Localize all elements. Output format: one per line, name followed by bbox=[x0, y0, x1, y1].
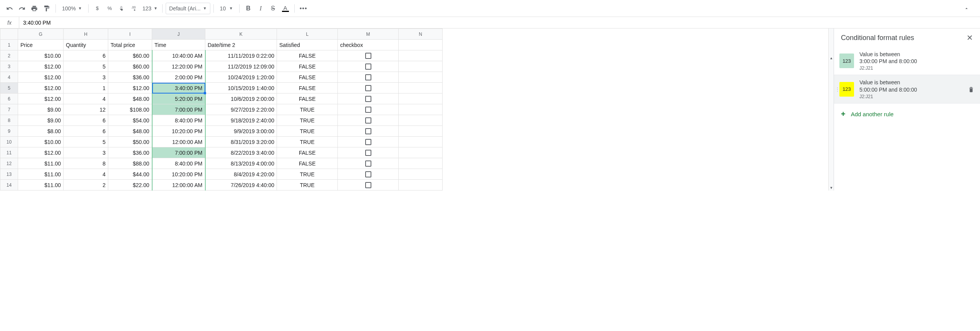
cell[interactable]: 4 bbox=[64, 169, 108, 180]
row-header-1[interactable]: 1 bbox=[0, 40, 18, 50]
undo-button[interactable] bbox=[4, 3, 15, 14]
redo-button[interactable] bbox=[16, 3, 28, 14]
header-cell[interactable]: Price bbox=[18, 40, 64, 50]
cell[interactable]: $11.00 bbox=[18, 169, 64, 180]
checkbox[interactable] bbox=[365, 64, 371, 70]
cell[interactable] bbox=[399, 50, 443, 61]
cell[interactable]: 2:00:00 PM bbox=[152, 72, 205, 83]
font-size-dropdown[interactable]: 10 ▼ bbox=[217, 3, 236, 14]
cell[interactable]: $11.00 bbox=[18, 180, 64, 191]
row-header-11[interactable]: 11 bbox=[0, 147, 18, 158]
cell[interactable]: $12.00 bbox=[18, 61, 64, 72]
cell[interactable]: 8/22/2019 3:40:00 bbox=[205, 147, 277, 158]
cell[interactable]: 4 bbox=[64, 94, 108, 104]
row-header-2[interactable]: 2 bbox=[0, 50, 18, 61]
column-header-I[interactable]: I bbox=[108, 29, 152, 40]
header-cell[interactable]: Total price bbox=[108, 40, 152, 50]
cell[interactable]: 11/11/2019 0:22:00 bbox=[205, 50, 277, 61]
checkbox[interactable] bbox=[365, 53, 371, 59]
cell[interactable]: $60.00 bbox=[108, 61, 152, 72]
column-header-H[interactable]: H bbox=[64, 29, 108, 40]
increase-decimal-button[interactable]: .00 bbox=[129, 3, 140, 14]
column-header-G[interactable]: G bbox=[18, 29, 64, 40]
cell[interactable]: 9/27/2019 2:20:00 bbox=[205, 104, 277, 115]
cell[interactable]: 8/4/2019 4:20:00 bbox=[205, 169, 277, 180]
cell[interactable]: 12 bbox=[64, 104, 108, 115]
cell[interactable] bbox=[399, 61, 443, 72]
cell[interactable] bbox=[338, 61, 399, 72]
row-header-3[interactable]: 3 bbox=[0, 61, 18, 72]
column-header-M[interactable]: M bbox=[338, 29, 399, 40]
row-header-12[interactable]: 12 bbox=[0, 158, 18, 169]
selection-handle[interactable] bbox=[204, 92, 206, 94]
cell[interactable] bbox=[399, 126, 443, 137]
cell[interactable]: 9/9/2019 3:00:00 bbox=[205, 126, 277, 137]
percent-button[interactable]: % bbox=[104, 3, 116, 14]
column-header-K[interactable]: K bbox=[205, 29, 277, 40]
cell[interactable]: 9/18/2019 2:40:00 bbox=[205, 115, 277, 126]
cell[interactable]: 10/24/2019 1:20:00 bbox=[205, 72, 277, 83]
checkbox[interactable] bbox=[365, 128, 371, 134]
spreadsheet-grid[interactable]: GHIJKLMN1PriceQuantityTotal priceTimeDat… bbox=[0, 28, 834, 191]
cell[interactable]: 7:00:00 PM bbox=[152, 104, 205, 115]
cell[interactable] bbox=[338, 72, 399, 83]
cell[interactable]: 3 bbox=[64, 147, 108, 158]
cell[interactable]: $48.00 bbox=[108, 126, 152, 137]
checkbox[interactable] bbox=[365, 117, 371, 124]
cell[interactable] bbox=[399, 158, 443, 169]
cell[interactable]: $10.00 bbox=[18, 50, 64, 61]
cell[interactable]: $44.00 bbox=[108, 169, 152, 180]
cell[interactable]: TRUE bbox=[277, 104, 338, 115]
cell[interactable]: TRUE bbox=[277, 126, 338, 137]
cell[interactable]: FALSE bbox=[277, 158, 338, 169]
checkbox[interactable] bbox=[365, 107, 371, 113]
format-rule-card[interactable]: 123Value is between3:00:00 PM and 8:00:0… bbox=[834, 47, 980, 75]
cell[interactable]: TRUE bbox=[277, 115, 338, 126]
add-rule-button[interactable]: + Add another rule bbox=[834, 104, 980, 125]
checkbox[interactable] bbox=[365, 74, 371, 80]
cell[interactable]: FALSE bbox=[277, 147, 338, 158]
select-all-corner[interactable] bbox=[0, 29, 18, 40]
cell[interactable]: 6 bbox=[64, 115, 108, 126]
zoom-dropdown[interactable]: 100% ▼ bbox=[59, 3, 85, 14]
row-header-6[interactable]: 6 bbox=[0, 94, 18, 104]
cell[interactable] bbox=[338, 83, 399, 94]
cell[interactable]: $60.00 bbox=[108, 50, 152, 61]
cell[interactable]: $36.00 bbox=[108, 147, 152, 158]
cell[interactable]: FALSE bbox=[277, 94, 338, 104]
cell[interactable]: 6 bbox=[64, 126, 108, 137]
cell[interactable]: $10.00 bbox=[18, 137, 64, 147]
number-format-dropdown[interactable]: 123 ▼ bbox=[141, 3, 159, 14]
cell[interactable]: FALSE bbox=[277, 61, 338, 72]
cell[interactable]: $108.00 bbox=[108, 104, 152, 115]
cell[interactable]: $54.00 bbox=[108, 115, 152, 126]
strikethrough-button[interactable]: S bbox=[267, 3, 279, 14]
row-header-8[interactable]: 8 bbox=[0, 115, 18, 126]
cell[interactable] bbox=[338, 50, 399, 61]
cell[interactable]: 12:20:00 PM bbox=[152, 61, 205, 72]
header-cell[interactable]: checkbox bbox=[338, 40, 399, 50]
cell[interactable]: 7:00:00 PM bbox=[152, 147, 205, 158]
scroll-up-button[interactable]: ▲ bbox=[829, 55, 834, 61]
row-header-7[interactable]: 7 bbox=[0, 104, 18, 115]
column-header-J[interactable]: J bbox=[152, 29, 205, 40]
cell[interactable]: 10:20:00 PM bbox=[152, 169, 205, 180]
cell[interactable] bbox=[338, 137, 399, 147]
checkbox[interactable] bbox=[365, 96, 371, 102]
cell[interactable] bbox=[338, 147, 399, 158]
print-button[interactable] bbox=[29, 3, 40, 14]
cell[interactable] bbox=[399, 94, 443, 104]
cell[interactable] bbox=[338, 126, 399, 137]
cell[interactable]: TRUE bbox=[277, 137, 338, 147]
delete-rule-icon[interactable] bbox=[968, 86, 975, 93]
cell[interactable]: 3 bbox=[64, 72, 108, 83]
formula-input[interactable] bbox=[19, 17, 980, 28]
checkbox[interactable] bbox=[365, 182, 371, 188]
cell[interactable] bbox=[338, 115, 399, 126]
cell[interactable]: $12.00 bbox=[108, 83, 152, 94]
checkbox[interactable] bbox=[365, 160, 371, 167]
cell[interactable]: 10/6/2019 2:00:00 bbox=[205, 94, 277, 104]
cell[interactable]: $12.00 bbox=[18, 72, 64, 83]
collapse-toolbar-button[interactable] bbox=[961, 3, 972, 14]
cell[interactable]: $8.00 bbox=[18, 126, 64, 137]
